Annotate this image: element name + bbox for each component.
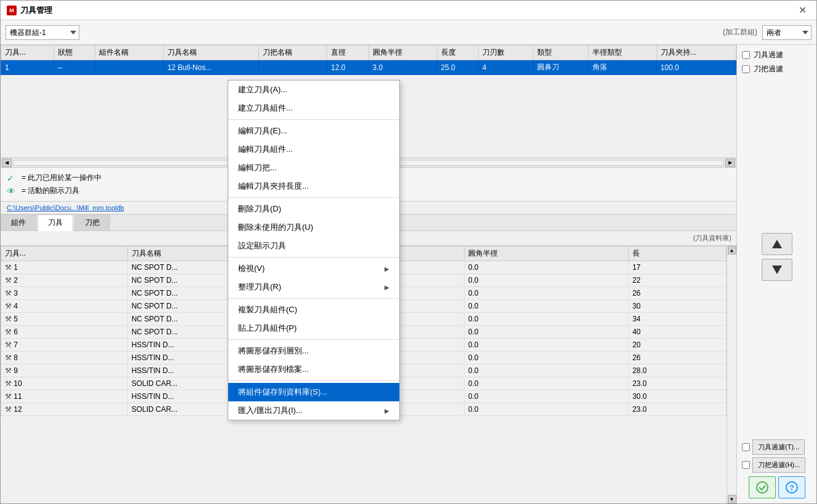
tool-filter-btn-checkbox[interactable] — [742, 443, 750, 451]
context-menu: 建立刀具(A)... 建立刀具組件... 編輯刀具(E)... 編輯刀具組件..… — [228, 80, 400, 420]
cell-drill-icon: ⚒ 4 — [1, 300, 128, 313]
tab-holder[interactable]: 刀把 — [74, 215, 110, 230]
menu-item-organize[interactable]: 整理刀具(R)▶ — [228, 278, 399, 296]
check-icon: ✓ — [7, 173, 17, 183]
window-title: 刀具管理 — [20, 5, 52, 16]
machine-group-select[interactable]: 機器群組-1 — [6, 25, 79, 40]
menu-item-save-file[interactable]: 將圖形儲存到檔案... — [228, 360, 399, 379]
menu-item-view[interactable]: 檢視(V)▶ — [228, 259, 399, 278]
col-type: 類型 — [533, 45, 588, 60]
process-group-label: (加工群組) — [723, 27, 757, 37]
spacer-top — [742, 78, 811, 229]
tool-filter-label: 刀具過濾 — [754, 50, 783, 60]
tab-tool[interactable]: 刀具 — [38, 215, 73, 231]
help-button[interactable]: ? — [778, 476, 805, 498]
holder-filter-button[interactable]: 刀把過濾(H)... — [752, 457, 805, 473]
cell-component — [95, 60, 164, 75]
menu-item-create-tool[interactable]: 建立刀具(A)... — [228, 81, 399, 99]
svg-point-2 — [757, 482, 768, 493]
scroll-up-arrow[interactable]: ▲ — [728, 246, 736, 254]
cell-holder — [259, 60, 327, 75]
toolbar: 機器群組-1 (加工群組) 兩者 — [1, 20, 816, 45]
tab-component[interactable]: 組件 — [1, 215, 36, 230]
cell-corner-r: 3.0 — [369, 60, 437, 75]
menu-separator-2 — [228, 197, 399, 198]
checkmark-icon — [756, 481, 768, 494]
scroll-down-arrow[interactable]: ▼ — [728, 495, 736, 503]
main-window: M 刀具管理 ✕ 機器群組-1 (加工群組) 兩者 — [0, 0, 817, 504]
up-arrow-button[interactable] — [762, 233, 792, 255]
cell-value-2: 0.0 — [464, 300, 629, 313]
holder-filter-checkbox-row[interactable]: 刀把過濾 — [742, 64, 811, 74]
holder-filter-checkbox[interactable] — [742, 65, 750, 73]
menu-item-import-export[interactable]: 匯入/匯出刀具(I)...▶ — [228, 401, 399, 420]
menu-separator-5 — [228, 339, 399, 340]
menu-item-delete-tool[interactable]: 刪除刀具(D) — [228, 200, 399, 218]
down-arrow-button[interactable] — [762, 259, 792, 281]
col-radius-type: 半徑類型 — [588, 45, 656, 60]
app-icon: M — [7, 6, 17, 15]
tool-filter-checkbox[interactable] — [742, 51, 750, 59]
tool-filter-btn-row: 刀具過濾(T)... — [742, 439, 811, 455]
cell-radius-type: 角落 — [588, 60, 656, 75]
cell-value-2: 0.0 — [464, 274, 629, 287]
col-length: 長度 — [437, 45, 478, 60]
cell-value-3: 23.0 — [628, 377, 726, 390]
process-group-select[interactable]: 兩者 — [762, 25, 811, 40]
tool-filter-button[interactable]: 刀具過濾(T)... — [752, 439, 805, 455]
menu-item-create-component[interactable]: 建立刀具組件... — [228, 99, 399, 117]
holder-filter-label: 刀把過濾 — [754, 64, 783, 74]
close-button[interactable]: ✕ — [795, 3, 810, 17]
col-tool-num: 刀具... — [1, 45, 54, 60]
cell-drill-icon: ⚒ 2 — [1, 274, 128, 287]
menu-item-set-display[interactable]: 設定顯示刀具 — [228, 237, 399, 255]
menu-separator-1 — [228, 119, 399, 120]
cell-value-3: 26 — [628, 352, 726, 364]
cell-holder-len: 100.0 — [656, 60, 736, 75]
menu-item-paste-component[interactable]: 貼上刀具組件(P) — [228, 319, 399, 337]
menu-item-edit-clamp-len[interactable]: 編輯刀具夾持長度... — [228, 177, 399, 195]
menu-separator-3 — [228, 257, 399, 258]
cell-length: 25.0 — [437, 60, 478, 75]
tool-filter-checkbox-row[interactable]: 刀具過濾 — [742, 50, 811, 60]
menu-item-edit-tool[interactable]: 編輯刀具(E)... — [228, 122, 399, 140]
spacer-mid — [742, 285, 811, 436]
menu-item-copy-component[interactable]: 複製刀具組件(C) — [228, 301, 399, 319]
cell-value-3: 26 — [628, 287, 726, 300]
cell-drill-icon: ⚒ 7 — [1, 339, 128, 352]
menu-item-delete-unused[interactable]: 刪除未使用的刀具(U) — [228, 218, 399, 237]
legend-check-text: = 此刀已用於某一操作中 — [22, 173, 102, 183]
cell-drill-icon: ⚒ 5 — [1, 313, 128, 326]
filter-buttons: 刀具過濾(T)... 刀把過濾(H)... — [742, 439, 811, 473]
cell-tool-name: 12 Bull-Nos... — [164, 60, 259, 75]
cell-tool-num: 1 — [1, 60, 54, 75]
cell-drill-icon: ⚒ 1 — [1, 261, 128, 274]
cell-value-3: 17 — [628, 261, 726, 274]
menu-item-edit-holder[interactable]: 編輯刀把... — [228, 159, 399, 177]
cell-value-2: 0.0 — [464, 287, 629, 300]
cell-value-2: 0.0 — [464, 364, 629, 377]
holder-filter-btn-row: 刀把過濾(H)... — [742, 457, 811, 473]
cell-drill-icon: ⚒ 8 — [1, 352, 128, 364]
bottom-table-scrollbar[interactable]: ▲ ▼ — [727, 246, 736, 503]
holder-filter-btn-checkbox[interactable] — [742, 461, 750, 469]
menu-item-edit-component[interactable]: 編輯刀具組件... — [228, 140, 399, 159]
cell-drill-icon: ⚒ 6 — [1, 326, 128, 339]
scroll-left-arrow[interactable]: ◀ — [2, 159, 12, 167]
confirm-button[interactable] — [749, 476, 776, 498]
scroll-right-arrow[interactable]: ▶ — [725, 159, 735, 167]
menu-item-save-db[interactable]: 將組件儲存到資料庫(S)... — [228, 383, 399, 401]
cell-value-2: 0.0 — [464, 326, 629, 339]
col-component: 組件名稱 — [95, 45, 164, 60]
svg-text:?: ? — [789, 484, 794, 492]
bot-col-corner: 圓角半徑 — [464, 246, 629, 261]
table-row[interactable]: 1 -- 12 Bull-Nos... 12.0 3.0 25.0 4 圓鼻刀 — [1, 60, 736, 75]
col-corner-r: 圓角半徑 — [369, 45, 437, 60]
cell-value-3: 22 — [628, 274, 726, 287]
cell-type: 圓鼻刀 — [533, 60, 588, 75]
menu-item-save-layer[interactable]: 將圖形儲存到層別... — [228, 342, 399, 360]
col-status: 狀態 — [54, 45, 95, 60]
cell-value-2: 0.0 — [464, 313, 629, 326]
bottom-right-buttons: ? — [742, 476, 811, 498]
cell-drill-icon: ⚒ 10 — [1, 377, 128, 390]
